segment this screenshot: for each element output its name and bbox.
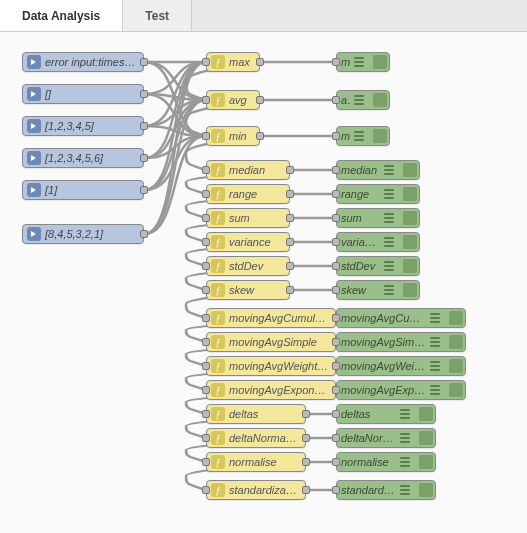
debug-node-variance[interactable]: variance bbox=[336, 232, 420, 252]
port-output[interactable] bbox=[256, 58, 264, 66]
port-input[interactable] bbox=[202, 96, 210, 104]
port-input[interactable] bbox=[202, 190, 210, 198]
debug-toggle-button[interactable] bbox=[403, 259, 417, 273]
debug-toggle-button[interactable] bbox=[449, 383, 463, 397]
port-input[interactable] bbox=[332, 386, 340, 394]
port-input[interactable] bbox=[202, 238, 210, 246]
debug-toggle-button[interactable] bbox=[373, 93, 387, 107]
port-input[interactable] bbox=[332, 410, 340, 418]
port-input[interactable] bbox=[332, 238, 340, 246]
port-output[interactable] bbox=[286, 262, 294, 270]
debug-toggle-button[interactable] bbox=[403, 235, 417, 249]
input-node-5[interactable]: [8,4,5,3,2,1] bbox=[22, 224, 144, 244]
func-node-deltaNormalised[interactable]: ƒdeltaNormalised bbox=[206, 428, 306, 448]
port-input[interactable] bbox=[332, 166, 340, 174]
debug-node-movingAvgCumulative[interactable]: movingAvgCumulative bbox=[336, 308, 466, 328]
func-node-movingAvgWeighted[interactable]: ƒmovingAvgWeighted bbox=[206, 356, 336, 376]
func-node-range[interactable]: ƒrange bbox=[206, 184, 290, 204]
debug-toggle-button[interactable] bbox=[419, 407, 433, 421]
port-input[interactable] bbox=[332, 214, 340, 222]
debug-node-sum[interactable]: sum bbox=[336, 208, 420, 228]
port-input[interactable] bbox=[332, 314, 340, 322]
func-node-stdDev[interactable]: ƒstdDev bbox=[206, 256, 290, 276]
debug-toggle-button[interactable] bbox=[449, 359, 463, 373]
port-output[interactable] bbox=[286, 166, 294, 174]
debug-node-movingAvgWeighted[interactable]: movingAvgWeighted bbox=[336, 356, 466, 376]
func-node-min[interactable]: ƒmin bbox=[206, 126, 260, 146]
port-input[interactable] bbox=[202, 286, 210, 294]
input-node-4[interactable]: [1] bbox=[22, 180, 144, 200]
debug-node-movingAvgSimple[interactable]: movingAvgSimple bbox=[336, 332, 466, 352]
debug-node-avg[interactable]: avg bbox=[336, 90, 390, 110]
debug-toggle-button[interactable] bbox=[419, 455, 433, 469]
port-output[interactable] bbox=[140, 154, 148, 162]
debug-toggle-button[interactable] bbox=[373, 129, 387, 143]
port-output[interactable] bbox=[140, 122, 148, 130]
port-output[interactable] bbox=[286, 286, 294, 294]
port-output[interactable] bbox=[140, 58, 148, 66]
func-node-deltas[interactable]: ƒdeltas bbox=[206, 404, 306, 424]
port-input[interactable] bbox=[202, 262, 210, 270]
port-input[interactable] bbox=[332, 486, 340, 494]
func-node-normalise[interactable]: ƒnormalise bbox=[206, 452, 306, 472]
port-input[interactable] bbox=[202, 132, 210, 140]
func-node-avg[interactable]: ƒavg bbox=[206, 90, 260, 110]
port-output[interactable] bbox=[286, 238, 294, 246]
debug-node-standardization[interactable]: standardization bbox=[336, 480, 436, 500]
port-input[interactable] bbox=[202, 338, 210, 346]
port-input[interactable] bbox=[332, 286, 340, 294]
port-output[interactable] bbox=[140, 90, 148, 98]
input-node-0[interactable]: error input:timestamp bbox=[22, 52, 144, 72]
debug-toggle-button[interactable] bbox=[403, 211, 417, 225]
port-input[interactable] bbox=[202, 386, 210, 394]
func-node-standardization[interactable]: ƒstandardization bbox=[206, 480, 306, 500]
tab-test[interactable]: Test bbox=[123, 0, 192, 31]
func-node-variance[interactable]: ƒvariance bbox=[206, 232, 290, 252]
port-input[interactable] bbox=[332, 458, 340, 466]
port-output[interactable] bbox=[140, 230, 148, 238]
debug-node-min[interactable]: min bbox=[336, 126, 390, 146]
func-node-median[interactable]: ƒmedian bbox=[206, 160, 290, 180]
debug-toggle-button[interactable] bbox=[449, 335, 463, 349]
debug-node-skew[interactable]: skew bbox=[336, 280, 420, 300]
input-node-2[interactable]: [1,2,3,4,5] bbox=[22, 116, 144, 136]
port-input[interactable] bbox=[332, 262, 340, 270]
port-input[interactable] bbox=[202, 486, 210, 494]
debug-toggle-button[interactable] bbox=[403, 187, 417, 201]
func-node-movingAvgSimple[interactable]: ƒmovingAvgSimple bbox=[206, 332, 336, 352]
func-node-sum[interactable]: ƒsum bbox=[206, 208, 290, 228]
tab-data-analysis[interactable]: Data Analysis bbox=[0, 0, 123, 31]
port-output[interactable] bbox=[302, 458, 310, 466]
port-input[interactable] bbox=[202, 314, 210, 322]
debug-node-deltas[interactable]: deltas bbox=[336, 404, 436, 424]
port-output[interactable] bbox=[302, 410, 310, 418]
port-input[interactable] bbox=[202, 362, 210, 370]
input-node-3[interactable]: [1,2,3,4,5,6] bbox=[22, 148, 144, 168]
port-input[interactable] bbox=[202, 458, 210, 466]
debug-node-movingAvgExponential[interactable]: movingAvgExponential bbox=[336, 380, 466, 400]
port-input[interactable] bbox=[202, 214, 210, 222]
func-node-skew[interactable]: ƒskew bbox=[206, 280, 290, 300]
debug-toggle-button[interactable] bbox=[419, 431, 433, 445]
debug-toggle-button[interactable] bbox=[373, 55, 387, 69]
port-input[interactable] bbox=[332, 190, 340, 198]
debug-toggle-button[interactable] bbox=[403, 163, 417, 177]
port-input[interactable] bbox=[332, 132, 340, 140]
port-input[interactable] bbox=[332, 338, 340, 346]
debug-node-deltaNormalised[interactable]: deltaNormalised bbox=[336, 428, 436, 448]
input-node-1[interactable]: [] bbox=[22, 84, 144, 104]
debug-toggle-button[interactable] bbox=[449, 311, 463, 325]
port-input[interactable] bbox=[202, 434, 210, 442]
func-node-max[interactable]: ƒmax bbox=[206, 52, 260, 72]
debug-node-median[interactable]: median bbox=[336, 160, 420, 180]
port-output[interactable] bbox=[256, 96, 264, 104]
func-node-movingAvgExponential[interactable]: ƒmovingAvgExponential bbox=[206, 380, 336, 400]
flow-canvas[interactable]: error input:timestamp[][1,2,3,4,5][1,2,3… bbox=[0, 32, 527, 533]
port-output[interactable] bbox=[286, 214, 294, 222]
port-output[interactable] bbox=[256, 132, 264, 140]
port-output[interactable] bbox=[140, 186, 148, 194]
port-input[interactable] bbox=[202, 58, 210, 66]
debug-node-max[interactable]: max bbox=[336, 52, 390, 72]
debug-toggle-button[interactable] bbox=[419, 483, 433, 497]
func-node-movingAvgCumulative[interactable]: ƒmovingAvgCumulative bbox=[206, 308, 336, 328]
